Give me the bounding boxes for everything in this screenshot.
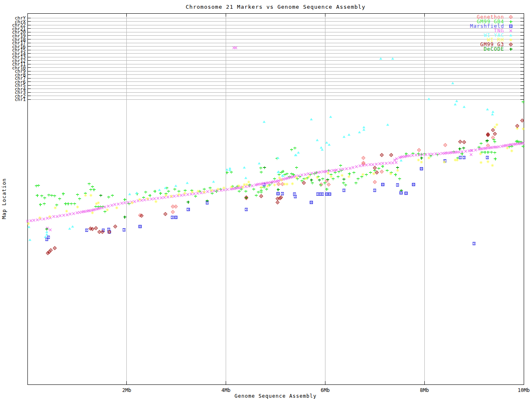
plot-canvas (0, 0, 532, 399)
x-axis-tick-label-6Mb: 6Mb (321, 387, 330, 393)
y-axis-label: Map Location (1, 178, 7, 219)
chart-screen: Chromosome 21 Markers vs Genome Sequence… (0, 0, 532, 399)
x-axis-label: Genome Sequence Assembly (234, 393, 316, 399)
x-axis-tick-label-4Mb: 4Mb (222, 387, 231, 393)
y-axis-chrom-label-chr1: chr1 (15, 98, 26, 101)
x-axis-tick-label-8Mb: 8Mb (420, 387, 429, 393)
x-axis-tick-label-10Mb: 10Mb (518, 387, 530, 393)
x-axis-tick-label-2Mb: 2Mb (122, 387, 131, 393)
chart-title: Chromosome 21 Markers vs Genome Sequence… (186, 4, 366, 10)
